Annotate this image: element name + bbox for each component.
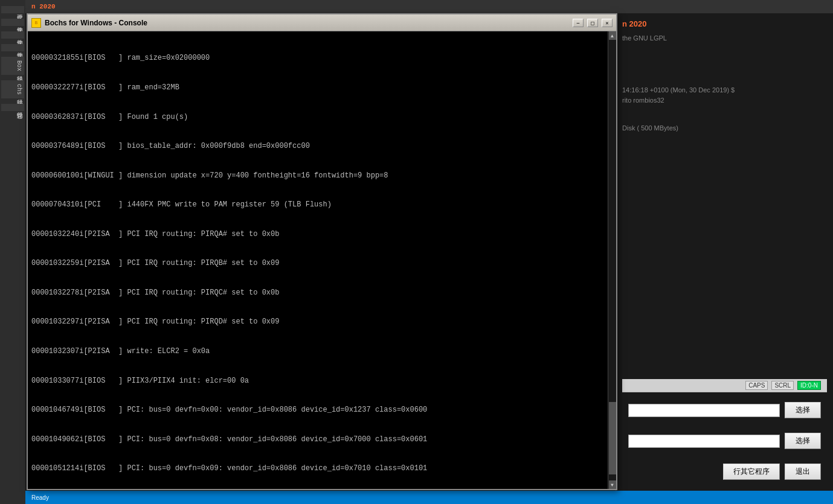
sidebar-label-1: 硬盘 (1, 6, 24, 13)
console-titlebar: B Bochs for Windows - Console − □ ✕ (28, 14, 616, 31)
console-line-9: 00001032297i[P2ISA ] PCI IRQ routing: PI… (31, 317, 598, 327)
console-line-5: 00000704310i[PCI ] i440FX PMC write to P… (31, 200, 598, 209)
console-output[interactable]: 00000321855i[BIOS ] ram_size=0x02000000 … (28, 31, 608, 489)
bg-status-bar: Ready (25, 491, 833, 504)
scrollbar-down-button[interactable]: ▼ (609, 480, 616, 489)
bg-right-info-panel: n 2020 the GNU LGPL 14:16:18 +0100 (Mon,… (616, 13, 833, 491)
console-line-14: 00001051214i[BIOS ] PCI: bus=0 devfn=0x0… (31, 464, 598, 473)
status-bar: CAPS SCRL ID:0-N (622, 379, 827, 392)
scrollbar-track[interactable] (609, 40, 616, 480)
console-icon: B (31, 18, 41, 28)
sidebar-label-2: 选文件 (1, 19, 24, 26)
console-line-13: 00001049062i[BIOS ] PCI: bus=0 devfn=0x0… (31, 435, 598, 444)
console-line-0: 00000321855i[BIOS ] ram_size=0x02000000 (31, 53, 598, 63)
console-window: B Bochs for Windows - Console − □ ✕ 0000… (27, 13, 617, 490)
console-line-8: 00001032278i[P2ISA ] PCI IRQ routing: PI… (31, 288, 598, 298)
scrl-status: SCRL (771, 381, 794, 390)
close-button[interactable]: ✕ (602, 19, 613, 27)
bg-date-text: 14:16:18 +0100 (Mon, 30 Dec 2019) $ (622, 85, 827, 96)
select-button-2[interactable]: 选择 (785, 433, 821, 449)
sidebar-label-5: Box路径 (1, 57, 24, 75)
scrollbar-up-button[interactable]: ▲ (609, 31, 616, 40)
console-line-10: 00001032307i[P2ISA ] write: ELCR2 = 0x0a (31, 346, 598, 356)
other-program-button[interactable]: 行其它程序 (723, 464, 780, 480)
console-line-12: 00001046749i[BIOS ] PCI: bus=0 devfn=0x0… (31, 405, 598, 415)
console-title: Bochs for Windows - Console (45, 19, 569, 27)
bg-rombios-text: rito rombios32 (622, 95, 827, 106)
exit-button[interactable]: 退出 (785, 464, 821, 480)
bg-right-app-title: n 2020 (622, 19, 827, 28)
sidebar-label-7: 它路径 (1, 104, 24, 111)
vertical-scrollbar[interactable]: ▲ ▼ (608, 31, 616, 489)
status-info: Ready (31, 494, 49, 501)
bottom-btn-row: 行其它程序 退出 (622, 459, 827, 485)
left-sidebar: 硬盘 选文件 选文件 选文件 Box路径 chs路径 它路径 (0, 0, 25, 504)
caps-status: CAPS (745, 381, 768, 390)
select-btn-row-2: 选择 (622, 428, 827, 454)
maximize-button[interactable]: □ (587, 19, 598, 27)
console-line-2: 00000362837i[BIOS ] Found 1 cpu(s) (31, 112, 598, 122)
sidebar-label-4: 选文件 (1, 44, 24, 51)
console-line-7: 00001032259i[P2ISA ] PCI IRQ routing: PI… (31, 258, 598, 268)
scrollbar-thumb[interactable] (609, 402, 616, 474)
bg-menu-item: n 2020 (31, 3, 56, 10)
path-input-2[interactable] (628, 435, 780, 448)
id0n-status: ID:0-N (797, 381, 821, 390)
console-line-3: 00000376489i[BIOS ] bios_table_addr: 0x0… (31, 141, 598, 151)
console-line-4: 00000600100i[WINGUI ] dimension update x… (31, 171, 598, 180)
sidebar-label-3: 选文件 (1, 31, 24, 39)
sidebar-label-6: chs路径 (1, 80, 24, 98)
console-line-6: 00001032240i[P2ISA ] PCI IRQ routing: PI… (31, 229, 598, 239)
bg-disk-text: Disk ( 500 MBytes) (622, 123, 827, 134)
select-btn-row-1: 选择 (622, 397, 827, 423)
path-input-1[interactable] (628, 404, 780, 417)
console-line-11: 00001033077i[BIOS ] PIIX3/PIIX4 init: el… (31, 376, 598, 386)
bg-top-bar: n 2020 (25, 0, 833, 13)
select-button-1[interactable]: 选择 (785, 402, 821, 418)
bg-gnu-label: the GNU LGPL (622, 33, 827, 44)
console-line-1: 00000322277i[BIOS ] ram_end=32MB (31, 83, 598, 92)
minimize-button[interactable]: − (573, 19, 584, 27)
